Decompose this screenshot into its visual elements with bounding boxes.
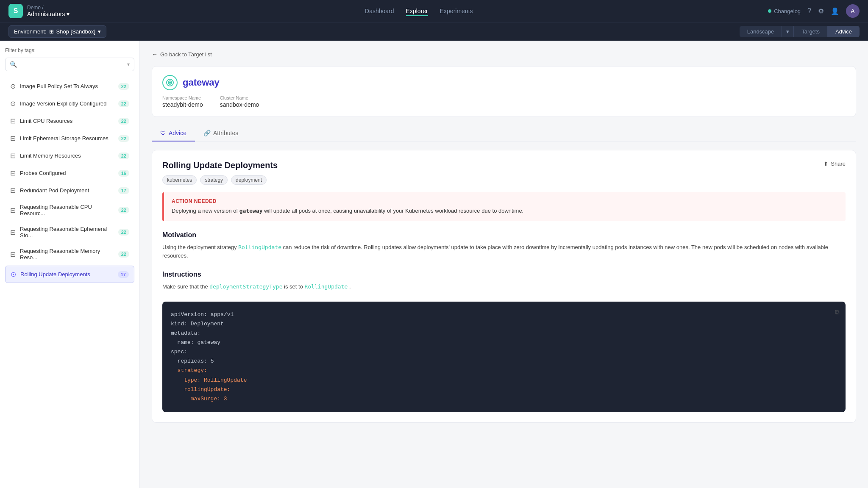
sidebar-item-label: Probes Configured: [20, 170, 118, 176]
nav-center: Dashboard Explorer Experiments: [365, 6, 473, 16]
advice-section: Rolling Update Deployments ⬆ Share kuber…: [152, 150, 856, 423]
item-badge: 22: [118, 152, 129, 159]
item-badge: 22: [118, 135, 129, 142]
sidebar-item-label: Rolling Update Deployments: [20, 271, 118, 277]
code-line-8: type: RollingUpdate: [171, 376, 837, 385]
main-layout: Filter by tags: 🔍 ▾ ⊙ Image Pull Policy …: [0, 41, 868, 488]
top-navigation: S Demo / Administrators ▾ Dashboard Expl…: [0, 0, 868, 22]
tab-advice-content[interactable]: 🛡 Advice: [152, 125, 195, 141]
alert-box: ACTION NEEDED Deploying a new version of…: [162, 192, 846, 221]
alert-text: Deploying a new version of gateway will …: [172, 207, 838, 215]
target-name: gateway: [183, 77, 220, 88]
changelog-dot: [768, 9, 771, 13]
instructions-title: Instructions: [162, 271, 846, 278]
sidebar-item-label: Requesting Reasonable Ephemeral Sto...: [20, 226, 118, 238]
sub-navigation: Environment: ⊞ Shop [Sandbox] ▾ Landscap…: [0, 22, 868, 41]
nav-right: Changelog ? ⚙ 👤 A: [768, 4, 860, 18]
advice-tags: kubernetes strategy deployment: [162, 175, 846, 185]
share-button[interactable]: ⬆ Share: [823, 161, 846, 167]
search-input[interactable]: [19, 61, 127, 68]
settings-icon[interactable]: ⚙: [818, 7, 824, 15]
svg-point-2: [170, 82, 171, 83]
sidebar-item-image-pull[interactable]: ⊙ Image Pull Policy Set To Always 22: [5, 78, 134, 94]
avatar[interactable]: A: [846, 4, 860, 18]
app-logo: S: [8, 4, 23, 18]
target-icon: [162, 75, 178, 90]
tab-divider-btn[interactable]: ▾: [782, 26, 793, 37]
nav-dashboard[interactable]: Dashboard: [365, 6, 394, 16]
sidebar-item-limit-cpu[interactable]: ⊟ Limit CPU Resources 22: [5, 113, 134, 129]
admin-dropdown[interactable]: Administrators ▾: [27, 11, 70, 17]
tab-advice[interactable]: Advice: [828, 26, 860, 37]
cluster-value: sandbox-demo: [220, 101, 259, 108]
sidebar-item-redundant-pod[interactable]: ⊟ Redundant Pod Deployment 17: [5, 182, 134, 199]
chevron-down-icon: ▾: [67, 11, 70, 17]
sidebar-item-limit-memory[interactable]: ⊟ Limit Memory Resources 22: [5, 147, 134, 164]
changelog-button[interactable]: Changelog: [768, 8, 801, 14]
motivation-text: Using the deployment strategy RollingUpd…: [162, 243, 846, 261]
item-icon: ⊙: [10, 82, 16, 90]
sidebar-item-limit-ephemeral[interactable]: ⊟ Limit Ephemeral Storage Resources 22: [5, 130, 134, 147]
tab-attributes-content[interactable]: 🔗 Attributes: [195, 125, 247, 141]
chevron-down-icon: ▾: [127, 61, 130, 67]
nav-experiments[interactable]: Experiments: [440, 6, 473, 16]
tag-strategy: strategy: [200, 175, 228, 185]
search-box[interactable]: 🔍 ▾: [5, 58, 134, 71]
nav-explorer[interactable]: Explorer: [406, 6, 428, 16]
code-line-10: maxSurge: 3: [171, 394, 837, 404]
back-arrow-icon: ←: [152, 51, 158, 58]
item-badge: 22: [118, 83, 129, 90]
tab-landscape[interactable]: Landscape: [740, 26, 782, 37]
sidebar-item-label: Limit CPU Resources: [20, 118, 118, 124]
sidebar: Filter by tags: 🔍 ▾ ⊙ Image Pull Policy …: [0, 41, 140, 488]
target-meta: Namespace Name steadybit-demo Cluster Na…: [162, 95, 846, 108]
environment-selector[interactable]: Environment: ⊞ Shop [Sandbox] ▾: [8, 25, 106, 38]
copy-button[interactable]: ⧉: [835, 308, 840, 319]
item-badge: 17: [118, 271, 129, 278]
profile-icon[interactable]: 👤: [831, 7, 839, 15]
sidebar-item-probes[interactable]: ⊟ Probes Configured 16: [5, 165, 134, 181]
namespace-value: steadybit-demo: [162, 101, 203, 108]
sidebar-item-label: Redundant Pod Deployment: [20, 187, 118, 194]
advice-title: Rolling Update Deployments: [162, 161, 278, 170]
sidebar-item-rolling-update[interactable]: ⊙ Rolling Update Deployments 17: [5, 266, 134, 283]
org-info: Demo / Administrators ▾: [27, 5, 70, 17]
code-block: ⧉ apiVersion: apps/v1 kind: Deployment m…: [162, 302, 846, 412]
item-badge: 22: [118, 207, 129, 214]
help-icon[interactable]: ?: [807, 7, 811, 15]
motivation-title: Motivation: [162, 231, 846, 239]
item-icon: ⊙: [10, 100, 16, 108]
alert-title: ACTION NEEDED: [172, 198, 838, 204]
share-icon: ⬆: [823, 161, 828, 167]
sidebar-item-label: Requesting Reasonable CPU Resourc...: [20, 204, 118, 216]
item-badge: 22: [118, 100, 129, 107]
attributes-tab-icon: 🔗: [203, 130, 211, 136]
motivation-code1: RollingUpdate: [238, 244, 281, 250]
item-icon: ⊟: [10, 206, 16, 214]
code-line-6: replicas: 5: [171, 357, 837, 366]
code-line-5: spec:: [171, 347, 837, 357]
sidebar-item-req-ephemeral[interactable]: ⊟ Requesting Reasonable Ephemeral Sto...…: [5, 222, 134, 243]
code-line-4: name: gateway: [171, 338, 837, 347]
item-badge: 16: [118, 170, 129, 177]
code-line-3: metadata:: [171, 329, 837, 338]
sidebar-item-req-cpu[interactable]: ⊟ Requesting Reasonable CPU Resourc... 2…: [5, 200, 134, 221]
item-icon: ⊟: [10, 134, 16, 142]
sidebar-item-image-version[interactable]: ⊙ Image Version Explicitly Configured 22: [5, 95, 134, 112]
code-line-2: kind: Deployment: [171, 319, 837, 329]
instructions-code2: RollingUpdate: [305, 283, 348, 290]
instructions-code1: deploymentStrategyType: [209, 283, 282, 290]
tag-kubernetes: kubernetes: [162, 175, 197, 185]
sub-nav-tabs: Landscape ▾ Targets Advice: [740, 26, 860, 37]
item-badge: 22: [118, 251, 129, 258]
target-header: gateway: [162, 75, 846, 90]
nav-left: S Demo / Administrators ▾: [8, 4, 70, 18]
item-icon: ⊟: [10, 228, 16, 236]
tab-targets[interactable]: Targets: [794, 26, 827, 37]
item-badge: 22: [118, 118, 129, 125]
item-icon: ⊟: [10, 186, 16, 194]
demo-label: Demo /: [27, 5, 70, 11]
sidebar-item-label: Limit Memory Resources: [20, 152, 118, 159]
sidebar-item-req-memory[interactable]: ⊟ Requesting Reasonable Memory Reso... 2…: [5, 244, 134, 265]
back-link[interactable]: ← Go back to Target list: [152, 51, 856, 58]
